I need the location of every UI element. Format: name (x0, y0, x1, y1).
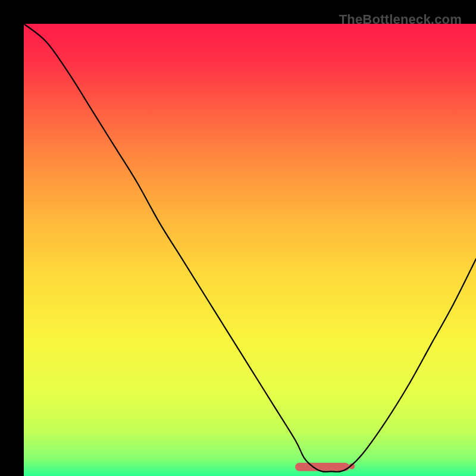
svg-rect-0 (24, 24, 476, 476)
chart-frame: TheBottleneck.com (0, 0, 476, 476)
optimal-band (295, 463, 349, 471)
chart-plot-area (24, 24, 476, 476)
watermark-label: TheBottleneck.com (339, 12, 462, 27)
chart-svg (24, 24, 476, 476)
